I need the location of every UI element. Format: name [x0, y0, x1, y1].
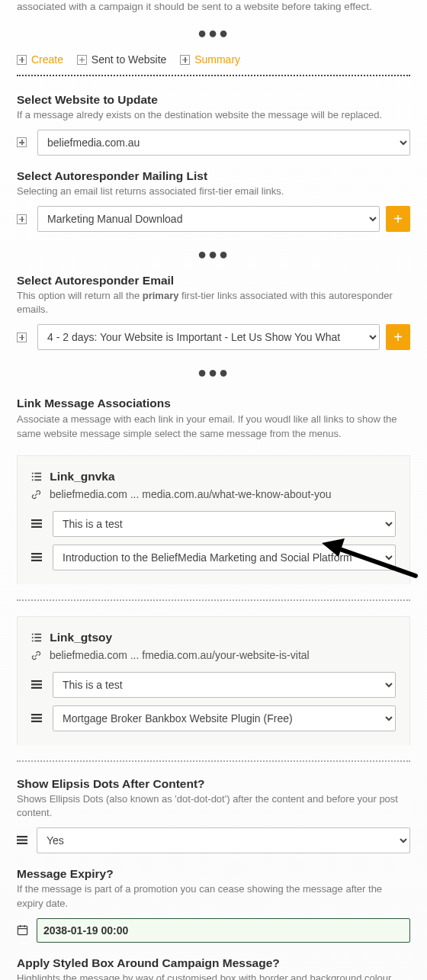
menu-icon — [17, 835, 30, 846]
link-url: beliefmedia.com ... fmedia.com.au/your-w… — [31, 649, 396, 661]
link-icon — [31, 490, 43, 500]
link-message-select-2[interactable]: Mortgage Broker Bankbox Website Plugin (… — [53, 705, 396, 731]
svg-rect-16 — [32, 641, 34, 642]
autoresponder-email-desc: This option will return all the primary … — [17, 289, 410, 316]
list-icon — [31, 471, 43, 482]
link-icon — [31, 651, 43, 660]
svg-rect-6 — [31, 519, 42, 521]
divider — [17, 75, 410, 76]
select-website-dropdown[interactable]: beliefmedia.com.au — [37, 130, 410, 156]
link-card: Link_gnvka beliefmedia.com ... media.com… — [17, 455, 410, 584]
svg-rect-10 — [31, 556, 42, 557]
plus-icon — [17, 55, 27, 65]
styled-box-title: Apply Styled Box Around Campaign Message… — [17, 956, 410, 970]
svg-rect-8 — [31, 526, 42, 528]
svg-rect-13 — [34, 634, 41, 635]
ellipsis-dots-title: Show Elipsis Dots After Content? — [17, 777, 410, 791]
svg-rect-22 — [31, 717, 42, 718]
ellipsis-dots-desc: Shows Ellipsis Dots (also known as 'dot-… — [17, 792, 410, 820]
svg-rect-27 — [18, 927, 27, 935]
link-message-select-2[interactable]: Introduction to the BeliefMedia Marketin… — [53, 545, 396, 570]
plus-icon[interactable] — [17, 214, 27, 224]
section-autoresponder-email: Select Autoresponder Email This option w… — [17, 274, 410, 350]
ellipsis-icon: ●●● — [17, 246, 410, 263]
section-message-expiry: Message Expiry? If the message is part o… — [17, 867, 410, 942]
menu-icon — [31, 519, 45, 529]
select-website-desc: If a message alredy exists on the destin… — [17, 108, 410, 122]
list-icon — [31, 632, 43, 643]
svg-rect-23 — [31, 721, 42, 722]
mailing-list-desc: Selecting an email list returns associat… — [17, 185, 410, 198]
svg-rect-15 — [34, 637, 41, 638]
svg-rect-7 — [31, 522, 42, 524]
plus-icon[interactable] — [17, 333, 27, 342]
link-associations-desc: Associate a message with each link in yo… — [17, 413, 410, 442]
autoresponder-email-dropdown[interactable]: 4 - 2 days: Your Website is Important - … — [37, 324, 380, 350]
tab-create[interactable]: Create — [17, 53, 63, 66]
svg-rect-12 — [32, 634, 34, 635]
styled-box-desc: Highlights the message by way of customi… — [17, 972, 410, 980]
section-ellipsis-dots: Show Elipsis Dots After Content? Shows E… — [17, 777, 410, 853]
tab-summary[interactable]: Summary — [180, 53, 240, 66]
svg-rect-3 — [34, 476, 41, 477]
ellipsis-dots-dropdown[interactable]: Yes — [37, 827, 410, 853]
mailing-list-dropdown[interactable]: Marketing Manual Download — [37, 206, 380, 232]
plus-icon — [180, 55, 190, 65]
link-card: Link_gtsoy beliefmedia.com ... fmedia.co… — [17, 616, 410, 745]
tab-sent-to-website[interactable]: Sent to Website — [77, 53, 167, 66]
plus-icon — [77, 55, 87, 65]
section-select-website: Select Website to Update If a message al… — [17, 93, 410, 156]
ellipsis-icon: ●●● — [17, 364, 410, 381]
link-url: beliefmedia.com ... media.com.au/what-we… — [31, 488, 396, 500]
svg-rect-4 — [32, 480, 34, 481]
menu-icon — [31, 680, 45, 690]
menu-icon — [31, 552, 45, 563]
select-website-title: Select Website to Update — [17, 93, 410, 107]
section-styled-box: Apply Styled Box Around Campaign Message… — [17, 956, 410, 980]
svg-rect-14 — [32, 637, 34, 638]
svg-rect-5 — [34, 480, 41, 481]
page-intro-fragment: associated with a campaign it should be … — [17, 0, 410, 14]
svg-rect-21 — [31, 714, 42, 715]
message-expiry-title: Message Expiry? — [17, 867, 410, 881]
menu-icon — [31, 713, 45, 724]
tabs: Create Sent to Website Summary — [17, 53, 410, 65]
link-name: Link_gnvka — [31, 470, 396, 484]
svg-rect-18 — [31, 680, 42, 682]
section-mailing-list: Select Autoresponder Mailing List Select… — [17, 169, 410, 232]
svg-rect-25 — [17, 840, 27, 841]
svg-rect-26 — [17, 843, 27, 844]
mailing-list-title: Select Autoresponder Mailing List — [17, 169, 410, 183]
svg-rect-9 — [31, 553, 42, 554]
link-name: Link_gtsoy — [31, 631, 396, 644]
ellipsis-icon: ●●● — [17, 24, 410, 42]
svg-rect-11 — [31, 560, 42, 561]
svg-rect-17 — [34, 641, 41, 642]
svg-rect-20 — [31, 687, 42, 689]
add-mailing-list-button[interactable]: + — [386, 206, 410, 232]
calendar-icon — [17, 924, 30, 936]
add-autoresponder-email-button[interactable]: + — [386, 324, 410, 350]
autoresponder-email-title: Select Autoresponder Email — [17, 274, 410, 288]
svg-rect-1 — [34, 473, 41, 474]
message-expiry-desc: If the message is part of a promotion yo… — [17, 882, 410, 910]
link-associations-title: Link Message Associations — [17, 397, 410, 410]
svg-rect-19 — [31, 683, 42, 685]
divider — [17, 599, 410, 601]
divider — [17, 760, 410, 762]
svg-rect-2 — [32, 476, 34, 477]
svg-rect-24 — [17, 836, 27, 837]
plus-icon[interactable] — [17, 137, 27, 147]
svg-rect-0 — [32, 473, 34, 474]
message-expiry-input[interactable] — [37, 918, 410, 943]
link-message-select-1[interactable]: This is a test — [53, 672, 396, 698]
link-message-select-1[interactable]: This is a test — [53, 511, 396, 537]
